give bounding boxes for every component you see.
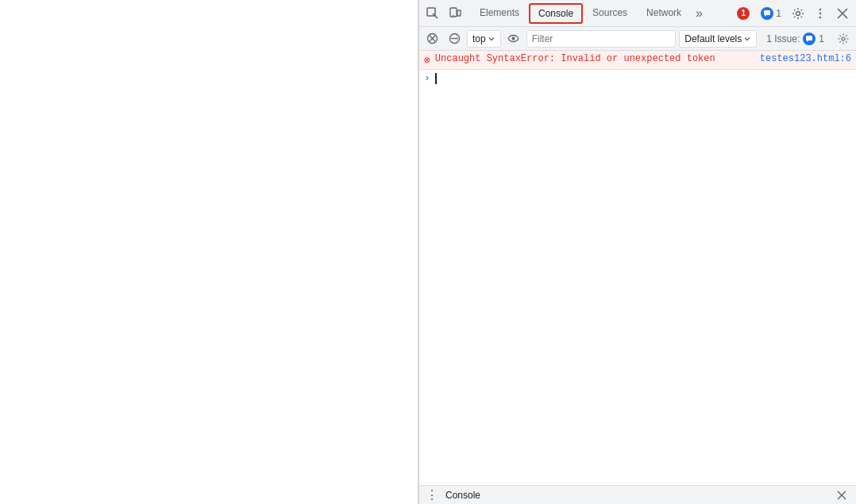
statusbar-close-button[interactable] bbox=[834, 487, 850, 503]
statusbar-dots[interactable]: ⋮ bbox=[426, 487, 439, 502]
error-message: Uncaught SyntaxError: Invalid or unexpec… bbox=[435, 53, 754, 64]
chevron-down-icon bbox=[488, 35, 495, 43]
devtools-left-icons bbox=[422, 3, 465, 24]
tab-elements[interactable]: Elements bbox=[470, 0, 529, 27]
svg-rect-2 bbox=[457, 10, 461, 16]
inspect-element-button[interactable] bbox=[422, 3, 443, 24]
console-toolbar: top Default levels 1 Issue: bbox=[419, 27, 856, 51]
tab-sources[interactable]: Sources bbox=[583, 0, 637, 27]
svg-point-7 bbox=[819, 8, 821, 10]
context-selector[interactable]: top bbox=[467, 30, 501, 48]
error-count-button[interactable]: 1 bbox=[732, 4, 754, 23]
statusbar-label: Console bbox=[445, 490, 827, 501]
eye-button[interactable] bbox=[504, 29, 523, 48]
console-cursor bbox=[435, 73, 437, 84]
svg-point-6 bbox=[796, 11, 800, 15]
devtools-tabs: Elements Console Sources Network » bbox=[470, 0, 729, 27]
error-badge: 1 bbox=[737, 7, 750, 20]
issues-badge bbox=[803, 33, 816, 45]
more-tabs-button[interactable]: » bbox=[691, 6, 708, 21]
error-source-link[interactable]: testes123.html:6 bbox=[760, 53, 851, 64]
error-icon: ⊗ bbox=[424, 54, 430, 67]
svg-marker-15 bbox=[807, 40, 808, 42]
console-settings-button[interactable] bbox=[834, 29, 853, 48]
prompt-arrow-icon: › bbox=[424, 72, 430, 84]
tab-network[interactable]: Network bbox=[637, 0, 691, 27]
more-options-button[interactable] bbox=[810, 3, 831, 24]
close-devtools-button[interactable] bbox=[832, 3, 853, 24]
svg-point-9 bbox=[819, 16, 821, 17]
svg-point-8 bbox=[819, 12, 821, 13]
svg-rect-4 bbox=[764, 10, 770, 15]
default-levels-button[interactable]: Default levels bbox=[679, 30, 757, 48]
svg-point-3 bbox=[453, 14, 454, 16]
devtools-right-icons: 1 1 bbox=[732, 3, 853, 24]
console-output: ⊗ Uncaught SyntaxError: Invalid or unexp… bbox=[419, 51, 856, 485]
svg-point-16 bbox=[842, 37, 845, 40]
message-count-button[interactable]: 1 bbox=[756, 4, 786, 23]
svg-marker-5 bbox=[765, 15, 766, 17]
svg-point-13 bbox=[512, 37, 515, 40]
device-toolbar-button[interactable] bbox=[445, 3, 465, 24]
filter-input[interactable] bbox=[526, 30, 677, 48]
settings-button[interactable] bbox=[788, 3, 808, 24]
clear-console-button[interactable] bbox=[422, 29, 441, 48]
devtools-toolbar: Elements Console Sources Network » 1 bbox=[419, 0, 856, 27]
browser-content bbox=[0, 0, 418, 504]
issues-button[interactable]: 1 Issue: 1 bbox=[760, 30, 831, 48]
chevron-down-icon-2 bbox=[743, 35, 751, 43]
tab-console[interactable]: Console bbox=[529, 3, 583, 24]
console-prompt-row[interactable]: › bbox=[419, 70, 856, 87]
devtools-panel: Elements Console Sources Network » 1 bbox=[418, 0, 856, 504]
devtools-statusbar: ⋮ Console bbox=[419, 485, 856, 504]
block-network-button[interactable] bbox=[445, 29, 464, 48]
svg-rect-14 bbox=[806, 36, 812, 40]
message-badge bbox=[761, 7, 773, 20]
console-error-row[interactable]: ⊗ Uncaught SyntaxError: Invalid or unexp… bbox=[419, 51, 856, 70]
